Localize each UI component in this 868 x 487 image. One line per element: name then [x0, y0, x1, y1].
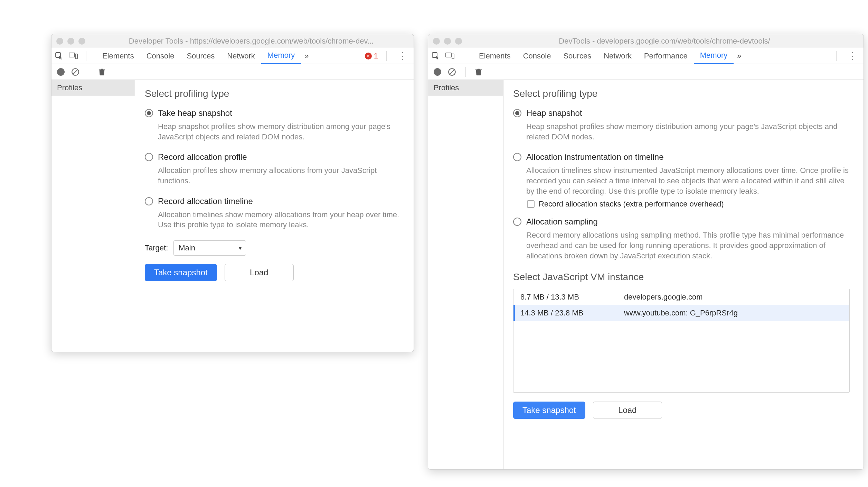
panel-tabstrip: Elements Console Sources Network Perform…: [428, 48, 864, 64]
vm-size: 14.3 MB / 23.8 MB: [520, 309, 603, 318]
close-window-dot[interactable]: [433, 38, 440, 45]
profiling-option[interactable]: Allocation sampling Record memory alloca…: [513, 217, 850, 261]
minimize-window-dot[interactable]: [444, 38, 451, 45]
target-select[interactable]: Main: [173, 240, 246, 256]
take-snapshot-button[interactable]: Take snapshot: [145, 264, 217, 281]
take-snapshot-button[interactable]: Take snapshot: [513, 402, 585, 419]
tab-memory[interactable]: Memory: [694, 48, 734, 64]
tab-performance[interactable]: Performance: [638, 48, 694, 64]
option-desc: Heap snapshot profiles show memory distr…: [526, 121, 850, 142]
record-icon[interactable]: [57, 68, 65, 76]
tab-elements[interactable]: Elements: [96, 48, 140, 64]
option-title: Take heap snapshot: [158, 108, 404, 118]
profiling-option[interactable]: Take heap snapshot Heap snapshot profile…: [145, 108, 404, 142]
load-button[interactable]: Load: [225, 264, 294, 281]
device-toolbar-icon[interactable]: [69, 52, 78, 60]
radio-allocation-timeline[interactable]: [145, 197, 153, 205]
record-icon[interactable]: [434, 68, 441, 76]
profiling-panel: Select profiling type Heap snapshot Heap…: [503, 80, 864, 469]
record-allocation-stacks-label: Record allocation stacks (extra performa…: [539, 200, 724, 209]
profiles-heading: Profiles: [51, 80, 135, 96]
svg-rect-6: [446, 53, 451, 57]
option-title: Heap snapshot: [526, 108, 850, 118]
separator: [836, 51, 837, 61]
vm-instance-row[interactable]: 14.3 MB / 23.8 MB www.youtube.com: G_P6r…: [513, 305, 849, 321]
tabs-overflow-icon[interactable]: »: [301, 52, 312, 61]
window-title: Developer Tools - https://developers.goo…: [94, 37, 409, 46]
separator: [86, 51, 86, 61]
section-title: Select profiling type: [513, 88, 850, 99]
panel-tabstrip: Elements Console Sources Network Memory …: [51, 48, 414, 64]
tab-console[interactable]: Console: [140, 48, 181, 64]
svg-rect-7: [452, 54, 454, 59]
profiles-sidebar: Profiles: [51, 80, 135, 352]
svg-line-9: [450, 70, 454, 74]
error-count: 1: [374, 52, 378, 61]
load-button[interactable]: Load: [593, 402, 662, 419]
option-title: Allocation instrumentation on timeline: [526, 152, 850, 162]
tab-console[interactable]: Console: [517, 48, 557, 64]
error-count-badge[interactable]: ✕1: [365, 52, 378, 61]
radio-allocation-instrumentation[interactable]: [513, 153, 521, 161]
profiles-sidebar: Profiles: [428, 80, 503, 469]
separator: [386, 51, 387, 61]
option-desc: Allocation timelines show memory allocat…: [158, 210, 404, 230]
option-desc: Allocation profiles show memory allocati…: [158, 165, 404, 186]
garbage-collect-icon[interactable]: [98, 68, 106, 76]
window-title: DevTools - developers.google.com/web/too…: [470, 37, 859, 46]
section-title: Select profiling type: [145, 88, 404, 99]
separator: [465, 67, 466, 77]
tab-sources[interactable]: Sources: [180, 48, 221, 64]
option-desc: Heap snapshot profiles show memory distr…: [158, 121, 404, 142]
tab-network[interactable]: Network: [221, 48, 261, 64]
close-window-dot[interactable]: [56, 38, 63, 45]
profiling-option[interactable]: Heap snapshot Heap snapshot profiles sho…: [513, 108, 850, 142]
traffic-lights: [433, 38, 462, 45]
svg-line-4: [73, 70, 78, 74]
radio-allocation-profile[interactable]: [145, 153, 153, 161]
tab-elements[interactable]: Elements: [473, 48, 517, 64]
garbage-collect-icon[interactable]: [475, 68, 482, 76]
vm-size: 8.7 MB / 13.3 MB: [520, 293, 603, 302]
profiling-option[interactable]: Record allocation timeline Allocation ti…: [145, 196, 404, 230]
option-title: Record allocation timeline: [158, 196, 404, 206]
inspect-element-icon[interactable]: [432, 52, 440, 60]
svg-rect-1: [69, 53, 75, 57]
option-title: Allocation sampling: [526, 217, 850, 227]
profiling-panel: Select profiling type Take heap snapshot…: [135, 80, 414, 352]
devtools-window-left: Developer Tools - https://developers.goo…: [51, 34, 414, 352]
inspect-element-icon[interactable]: [55, 52, 63, 60]
option-desc: Allocation timelines show instrumented J…: [526, 165, 850, 196]
vm-host: www.youtube.com: G_P6rpRSr4g: [624, 309, 738, 318]
tab-network[interactable]: Network: [597, 48, 638, 64]
profiles-heading: Profiles: [428, 80, 503, 96]
option-title: Record allocation profile: [158, 152, 404, 162]
radio-allocation-sampling[interactable]: [513, 218, 521, 226]
clear-icon[interactable]: [71, 67, 80, 76]
traffic-lights: [56, 38, 85, 45]
vm-instance-row[interactable]: 8.7 MB / 13.3 MB developers.google.com: [513, 289, 849, 305]
vm-host: developers.google.com: [624, 293, 702, 302]
radio-heap-snapshot[interactable]: [145, 109, 153, 117]
maximize-window-dot[interactable]: [78, 38, 85, 45]
record-allocation-stacks-checkbox[interactable]: [527, 200, 535, 208]
tab-sources[interactable]: Sources: [557, 48, 597, 64]
vm-section-title: Select JavaScript VM instance: [513, 272, 850, 283]
devtools-window-right: DevTools - developers.google.com/web/too…: [428, 34, 864, 470]
tab-memory[interactable]: Memory: [261, 48, 301, 64]
target-label: Target:: [145, 244, 168, 252]
minimize-window-dot[interactable]: [67, 38, 74, 45]
profiling-option[interactable]: Allocation instrumentation on timeline A…: [513, 152, 850, 196]
memory-toolbar: [51, 64, 414, 80]
clear-icon[interactable]: [447, 67, 456, 76]
maximize-window-dot[interactable]: [455, 38, 462, 45]
tabs-overflow-icon[interactable]: »: [734, 52, 745, 61]
record-allocation-stacks-row[interactable]: Record allocation stacks (extra performa…: [527, 200, 850, 209]
profiling-option[interactable]: Record allocation profile Allocation pro…: [145, 152, 404, 186]
radio-heap-snapshot[interactable]: [513, 109, 521, 117]
svg-rect-2: [75, 54, 77, 59]
device-toolbar-icon[interactable]: [445, 52, 454, 60]
memory-toolbar: [428, 64, 864, 80]
titlebar: Developer Tools - https://developers.goo…: [51, 34, 414, 48]
titlebar: DevTools - developers.google.com/web/too…: [428, 34, 864, 48]
